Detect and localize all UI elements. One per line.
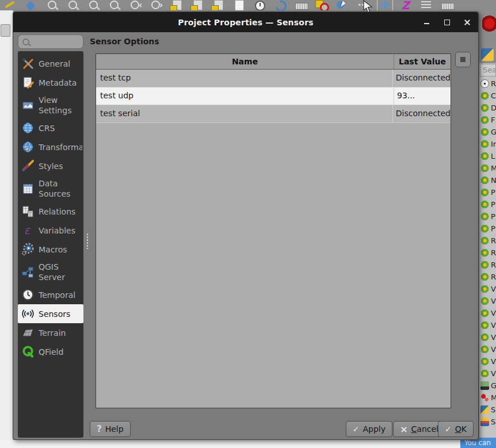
browser-row-label: P	[491, 188, 495, 197]
sensor-last-value-cell[interactable]: Disconnected	[393, 105, 451, 122]
search-input[interactable]	[32, 36, 83, 49]
pen-icon[interactable]	[4, 0, 19, 10]
sidebar-item-terrain[interactable]: Terrain	[18, 323, 83, 342]
column-header-last-value[interactable]: Last Value	[394, 54, 451, 69]
refresh-icon[interactable]	[273, 0, 288, 10]
browser-row[interactable]: V	[479, 295, 496, 307]
sidebar-item-crs[interactable]: CRS	[18, 118, 83, 137]
browser-row[interactable]: V	[479, 343, 496, 355]
browser-row[interactable]: S	[479, 416, 496, 428]
sidebar-item-qfield[interactable]: QField	[18, 342, 83, 361]
browser-row[interactable]: V	[479, 367, 496, 380]
new-view-icon[interactable]	[211, 0, 226, 10]
browser-row[interactable]: R	[479, 235, 496, 247]
panel-splitter[interactable]	[86, 233, 89, 249]
layer-list-icon[interactable]	[419, 0, 434, 10]
sidebar-search[interactable]	[18, 35, 83, 49]
browser-row[interactable]: P	[479, 223, 496, 235]
sidebar-item-general[interactable]: General	[18, 54, 83, 73]
magnifier-icon[interactable]	[87, 0, 102, 10]
sidebar-item-sensors[interactable]: Sensors	[18, 304, 83, 323]
new-view-icon[interactable]	[170, 0, 185, 10]
browser-row[interactable]: N	[479, 174, 496, 186]
sidebar-item-macros[interactable]: Macros	[18, 240, 83, 259]
browser-row[interactable]: V	[479, 283, 496, 295]
apply-button[interactable]: ✓ Apply	[346, 421, 392, 437]
sidebar-item-metadata[interactable]: Metadata	[18, 73, 83, 92]
zoom-next-icon[interactable]	[149, 0, 164, 10]
maximize-icon[interactable]	[443, 18, 451, 26]
clock-icon[interactable]	[253, 0, 268, 10]
browser-row[interactable]: V	[479, 307, 496, 319]
browser-row[interactable]: V	[479, 319, 496, 331]
browser-row[interactable]: V	[479, 331, 496, 343]
document-icon[interactable]	[232, 0, 247, 10]
browser-row[interactable]: D	[479, 102, 496, 114]
zoom-previous-icon[interactable]	[128, 0, 143, 10]
dialog-titlebar[interactable]: Project Properties — Sensors	[13, 12, 478, 32]
sidebar-item-data-sources[interactable]: Data Sources	[18, 175, 83, 202]
sidebar-item-qgis-server[interactable]: QGIS Server	[18, 259, 83, 285]
tools-icon	[21, 57, 35, 70]
sensor-name-cell[interactable]: test tcp	[96, 70, 393, 87]
magnifier-icon[interactable]	[108, 0, 123, 10]
browser-row[interactable]: P	[479, 210, 496, 223]
browser-row[interactable]: P	[479, 198, 496, 210]
browser-search-input[interactable]: Sea	[480, 64, 496, 76]
sidebar-item-view-settings[interactable]: View Settings	[18, 92, 83, 118]
browser-row[interactable]: In	[479, 138, 496, 150]
measure-icon[interactable]	[294, 0, 309, 10]
browser-row[interactable]: S	[479, 404, 496, 416]
new-view-icon[interactable]	[190, 0, 205, 10]
project-properties-dialog: Project Properties — Sensors General Met…	[13, 12, 479, 440]
browser-row[interactable]: F	[479, 114, 496, 126]
column-header-name[interactable]: Name	[96, 54, 394, 69]
sidebar-item-label: Metadata	[39, 78, 77, 88]
magnifier-icon[interactable]	[66, 0, 81, 10]
snowflake-icon[interactable]	[377, 0, 393, 10]
browser-row[interactable]: R	[479, 271, 496, 283]
browser-row[interactable]: P	[479, 186, 496, 198]
sidebar-item-transformations[interactable]: Transforma	[18, 137, 83, 156]
browser-row[interactable]: C	[479, 90, 496, 102]
dialog-title: Project Properties — Sensors	[178, 18, 314, 27]
sidebar-item-relations[interactable]: Relations	[18, 202, 83, 221]
q-icon	[480, 261, 489, 269]
table-row[interactable]: test udp 93...	[96, 87, 451, 105]
edits-disabled-icon[interactable]	[315, 0, 330, 10]
sensor-last-value-cell[interactable]: Disconnected	[393, 70, 451, 87]
minimize-icon[interactable]	[423, 18, 431, 26]
sensor-stop-button[interactable]	[455, 52, 471, 67]
browser-row[interactable]: G	[479, 380, 496, 392]
pointer-icon[interactable]	[335, 0, 350, 10]
modify-icon[interactable]	[25, 0, 40, 10]
q-icon	[480, 321, 489, 330]
sensor-name-cell[interactable]: test udp	[96, 87, 394, 105]
browser-row[interactable]: R	[479, 78, 496, 90]
magnifier-icon[interactable]	[45, 0, 60, 10]
ruler-icon[interactable]	[440, 0, 455, 10]
close-icon[interactable]	[463, 18, 471, 26]
sidebar-item-styles[interactable]: Styles	[18, 156, 83, 175]
sensor-name-cell[interactable]: test serial	[96, 105, 393, 122]
sidebar-item-temporal[interactable]: Temporal	[18, 285, 83, 304]
browser-row[interactable]: R	[479, 247, 496, 259]
globe-transform-icon	[21, 140, 35, 154]
browser-row[interactable]: L	[479, 150, 496, 162]
python-icon[interactable]	[481, 48, 494, 61]
sensor-last-value-cell[interactable]: 93...	[394, 87, 451, 105]
ok-button[interactable]: ✓ OK	[438, 421, 474, 437]
browser-row-label: P	[491, 200, 495, 209]
table-row[interactable]: test serial Disconnected	[96, 105, 451, 123]
browser-row[interactable]: V	[479, 355, 496, 367]
q-icon	[480, 224, 489, 233]
browser-row[interactable]: G	[479, 126, 496, 138]
browser-row[interactable]: M	[479, 162, 496, 174]
z-symbol-icon[interactable]	[399, 0, 414, 10]
help-button[interactable]: ? Help	[90, 421, 131, 437]
browser-row[interactable]: M	[479, 392, 496, 404]
sidebar-item-variables[interactable]: ε Variables	[18, 221, 83, 240]
table-row[interactable]: test tcp Disconnected	[96, 70, 451, 87]
browser-row[interactable]: R	[479, 259, 496, 271]
globe-icon	[21, 121, 35, 135]
